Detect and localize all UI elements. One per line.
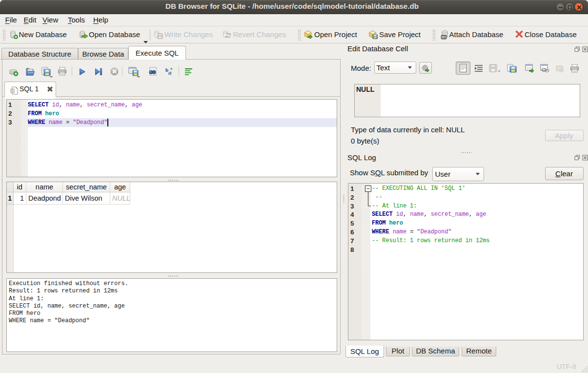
svg-text:a: a <box>168 69 172 76</box>
